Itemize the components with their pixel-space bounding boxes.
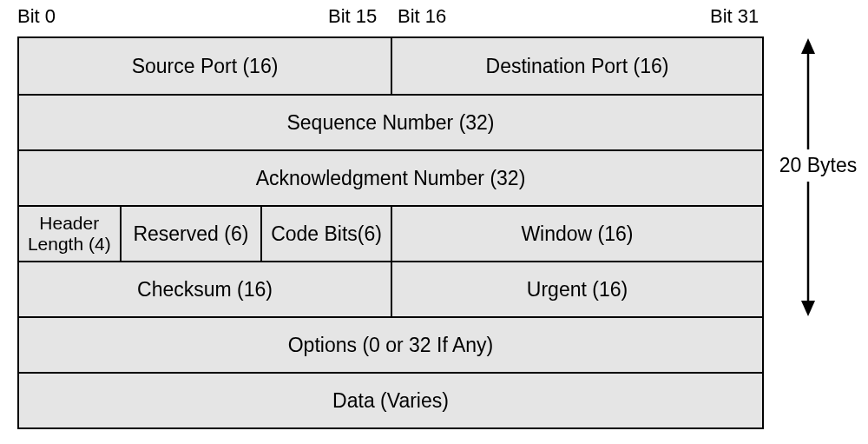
bit-label-15: Bit 15: [328, 5, 377, 28]
field-urgent: Urgent (16): [391, 261, 762, 316]
table-row: Header Length (4) Reserved (6) Code Bits…: [19, 205, 762, 261]
field-window: Window (16): [391, 205, 762, 261]
field-header-length: Header Length (4): [19, 205, 120, 261]
field-checksum: Checksum (16): [19, 261, 391, 316]
table-row: Data (Varies): [19, 372, 762, 427]
field-reserved: Reserved (6): [120, 205, 261, 261]
header-table: Source Port (16) Destination Port (16) S…: [17, 36, 764, 429]
svg-marker-1: [801, 38, 815, 54]
table-row: Sequence Number (32): [19, 94, 762, 149]
table-row: Checksum (16) Urgent (16): [19, 261, 762, 316]
field-destination-port: Destination Port (16): [391, 38, 762, 94]
header-size-annotation: 20 Bytes: [777, 38, 859, 316]
field-ack-number: Acknowledgment Number (32): [19, 149, 762, 205]
header-size-label: 20 Bytes: [777, 149, 859, 182]
bit-label-16: Bit 16: [398, 5, 446, 28]
tcp-header-diagram: Bit 0 Bit 15 Bit 16 Bit 31 Source Port (…: [0, 0, 868, 444]
field-sequence-number: Sequence Number (32): [19, 94, 762, 149]
field-code-bits: Code Bits(6): [260, 205, 391, 261]
table-row: Options (0 or 32 If Any): [19, 316, 762, 372]
bit-label-0: Bit 0: [17, 5, 56, 28]
table-row: Acknowledgment Number (32): [19, 149, 762, 205]
field-options: Options (0 or 32 If Any): [19, 316, 762, 372]
field-source-port: Source Port (16): [19, 38, 391, 94]
svg-marker-2: [801, 301, 815, 316]
table-row: Source Port (16) Destination Port (16): [19, 38, 762, 94]
bit-label-31: Bit 31: [710, 5, 759, 28]
field-data: Data (Varies): [19, 372, 762, 427]
